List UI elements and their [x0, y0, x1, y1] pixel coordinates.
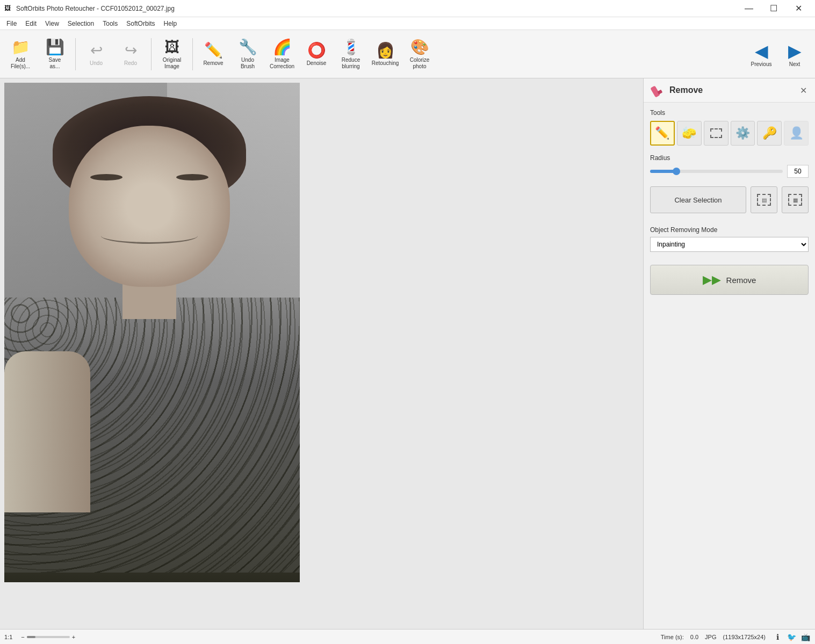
- add-files-button[interactable]: 📁 AddFile(s)...: [4, 33, 37, 75]
- clear-selection-button[interactable]: Clear Selection: [650, 186, 746, 213]
- image-correction-button[interactable]: 🌈 ImageCorrection: [266, 33, 298, 75]
- undo-label: Undo: [90, 60, 103, 67]
- next-button[interactable]: ▶ Next: [778, 33, 811, 75]
- status-bar: 1:1 − + Time (s): 0.0 JPG (1193x1725x24)…: [0, 629, 815, 644]
- menu-file[interactable]: File: [2, 19, 21, 28]
- menu-softorbits[interactable]: SoftOrbits: [122, 19, 159, 28]
- reduce-blurring-label: Reduce blurring: [337, 57, 364, 70]
- select-inside-button[interactable]: ▤: [751, 186, 777, 213]
- menu-bar: File Edit View Selection Tools SoftOrbit…: [0, 17, 815, 30]
- undo-brush-label: UndoBrush: [241, 57, 255, 70]
- status-icons: ℹ 🐦 📺: [772, 632, 811, 642]
- remove-action-button[interactable]: ▶▶ Remove: [650, 265, 809, 295]
- main-content: Remove ✕ Tools ✏️ 🧽 ⚙️: [0, 78, 815, 629]
- nav-buttons: ◀ Previous ▶ Next: [745, 33, 811, 75]
- minimize-button[interactable]: —: [737, 0, 761, 17]
- radius-slider[interactable]: [650, 170, 783, 173]
- original-image-label: OriginalImage: [163, 57, 181, 70]
- menu-selection[interactable]: Selection: [63, 19, 98, 28]
- undo-icon: ↩: [90, 41, 103, 60]
- save-as-button[interactable]: 💾 Saveas...: [39, 33, 71, 75]
- tools-section-label: Tools: [650, 109, 809, 117]
- next-label: Next: [789, 61, 800, 67]
- photo-eye-left: [90, 174, 122, 180]
- tools-row: ✏️ 🧽 ⚙️ 🔑 👤: [650, 121, 809, 146]
- twitter-icon[interactable]: 🐦: [786, 632, 797, 642]
- photo-smile: [101, 228, 198, 244]
- radius-section: Radius 50: [650, 154, 809, 178]
- remove-label: Remove: [203, 60, 223, 67]
- reduce-blurring-button[interactable]: 💈 Reduce blurring: [335, 33, 367, 75]
- select-rect-icon: [710, 128, 722, 138]
- zoom-control: − +: [21, 634, 75, 640]
- window-title: SoftOrbits Photo Retoucher - CCF01052012…: [16, 5, 737, 12]
- toolbox-close-button[interactable]: ✕: [798, 85, 809, 96]
- tool-eraser-button[interactable]: 🧽: [677, 121, 702, 146]
- youtube-icon[interactable]: 📺: [800, 632, 811, 642]
- menu-view[interactable]: View: [41, 19, 63, 28]
- denoise-icon: ⭕: [307, 41, 326, 60]
- time-value: 0.0: [690, 634, 698, 640]
- menu-help[interactable]: Help: [160, 19, 182, 28]
- add-files-label: AddFile(s)...: [11, 57, 30, 70]
- brush-icon: ✏️: [655, 126, 669, 140]
- eraser-icon: 🧽: [682, 126, 696, 140]
- close-button[interactable]: ✕: [786, 0, 811, 17]
- next-icon: ▶: [788, 41, 802, 61]
- toolbox-body: Tools ✏️ 🧽 ⚙️ 🔑 👤: [644, 103, 815, 629]
- settings-icon: ⚙️: [735, 126, 750, 140]
- denoise-button[interactable]: ⭕ Denoise: [300, 33, 333, 75]
- photo-eye-right: [176, 174, 208, 180]
- menu-tools[interactable]: Tools: [98, 19, 122, 28]
- previous-button[interactable]: ◀ Previous: [745, 33, 777, 75]
- toolbox-title: Remove: [669, 85, 703, 95]
- image-area[interactable]: [0, 78, 643, 629]
- retouching-label: Retouching: [372, 60, 399, 67]
- select-inside-icon: ▤: [757, 194, 771, 206]
- mode-select[interactable]: Inpainting Smart Fill Content Aware: [650, 237, 809, 252]
- tool-person-button[interactable]: 👤: [784, 121, 809, 146]
- mode-label: Object Removing Mode: [650, 226, 809, 234]
- toolbar: 📁 AddFile(s)... 💾 Saveas... ↩ Undo ↪ Red…: [0, 30, 815, 78]
- magic-wand-icon: 🔑: [762, 126, 777, 140]
- zoom-minus-icon[interactable]: −: [21, 634, 24, 640]
- info-icon[interactable]: ℹ: [772, 632, 783, 642]
- radius-value[interactable]: 50: [787, 165, 809, 178]
- photo-container[interactable]: [4, 83, 300, 582]
- image-correction-icon: 🌈: [273, 38, 292, 56]
- select-outside-button[interactable]: ▦: [782, 186, 809, 213]
- tool-brush-button[interactable]: ✏️: [650, 121, 675, 146]
- retouching-button[interactable]: 👩 Retouching: [369, 33, 401, 75]
- previous-label: Previous: [751, 61, 772, 67]
- zoom-plus-icon[interactable]: +: [72, 634, 75, 640]
- dimensions-label: (1193x1725x24): [723, 634, 766, 640]
- zoom-level: 1:1: [4, 634, 12, 640]
- menu-edit[interactable]: Edit: [21, 19, 41, 28]
- undo-brush-button[interactable]: 🔧 UndoBrush: [232, 33, 264, 75]
- undo-brush-icon: 🔧: [239, 38, 257, 56]
- redo-button[interactable]: ↪ Redo: [114, 33, 147, 75]
- title-bar: 🖼 SoftOrbits Photo Retoucher - CCF010520…: [0, 0, 815, 17]
- add-files-icon: 📁: [11, 38, 30, 56]
- toolbox-header: Remove ✕: [644, 78, 815, 103]
- retouching-icon: 👩: [376, 41, 395, 60]
- previous-icon: ◀: [755, 41, 768, 61]
- maximize-button[interactable]: ☐: [761, 0, 786, 17]
- photo-face: [69, 126, 230, 287]
- undo-button[interactable]: ↩ Undo: [80, 33, 112, 75]
- tool-magic-wand-button[interactable]: 🔑: [757, 121, 782, 146]
- original-image-button[interactable]: 🖼 OriginalImage: [156, 33, 188, 75]
- save-as-icon: 💾: [46, 38, 64, 56]
- slider-thumb[interactable]: [673, 168, 680, 175]
- separator-3: [192, 38, 193, 70]
- zoom-slider[interactable]: [27, 636, 70, 638]
- colorize-photo-label: Colorizephoto: [410, 57, 430, 70]
- zoom-slider-fill: [27, 636, 35, 638]
- tool-settings-button[interactable]: ⚙️: [731, 121, 755, 146]
- remove-button[interactable]: ✏️ Remove: [197, 33, 229, 75]
- separator-2: [151, 38, 152, 70]
- photo-display: [4, 83, 300, 582]
- remove-action-label: Remove: [726, 276, 756, 285]
- colorize-photo-button[interactable]: 🎨 Colorizephoto: [403, 33, 436, 75]
- tool-select-rect-button[interactable]: [704, 121, 729, 146]
